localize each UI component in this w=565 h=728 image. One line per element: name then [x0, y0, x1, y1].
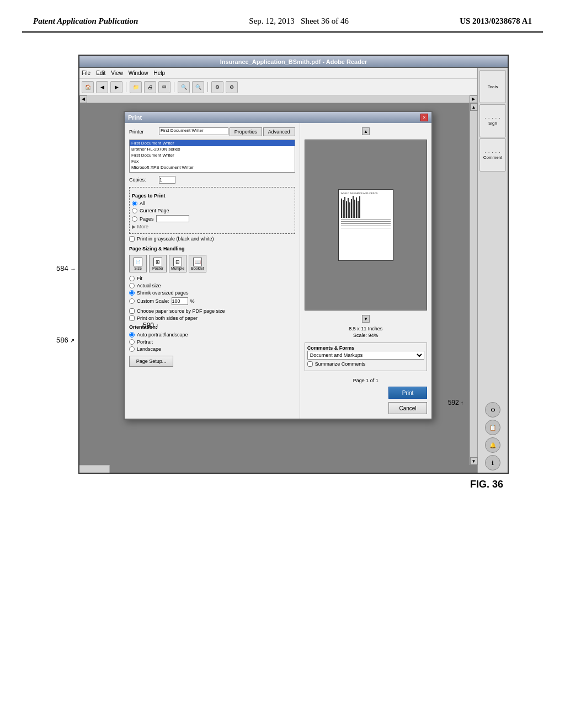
toolbar-email-icon[interactable]: ✉ [158, 81, 170, 93]
toolbar-forward-icon[interactable]: ▶ [110, 81, 122, 93]
cancel-button[interactable]: Cancel [388, 402, 427, 414]
panel-tab-sign[interactable]: · · · · · Sign [479, 104, 506, 137]
auto-orientation-radio[interactable] [129, 332, 135, 338]
window-title-bar: Insurance_Application_BSmith.pdf - Adobe… [79, 56, 508, 68]
actual-size-radio[interactable] [129, 283, 135, 288]
pages-custom-radio[interactable] [132, 216, 137, 222]
pages-all-radio[interactable] [132, 201, 137, 206]
toolbar-print-icon[interactable]: 🖨 [144, 81, 156, 93]
comments-forms-label: Comments & Forms [307, 345, 424, 351]
menu-window[interactable]: Window [129, 70, 148, 76]
bar-12 [359, 196, 360, 218]
grayscale-checkbox[interactable] [129, 236, 135, 242]
printer-dropdown[interactable]: First Document Writer [159, 127, 228, 135]
pages-current-radio[interactable] [132, 208, 137, 213]
toolbar-gear2-icon[interactable]: ⚙ [226, 81, 238, 93]
booklet-btn[interactable]: 📖 Booklet [189, 255, 206, 272]
toolbar-open-icon[interactable]: 📁 [130, 81, 142, 93]
summarize-comments-checkbox[interactable] [307, 361, 313, 367]
pages-current-row: Current Page [132, 208, 292, 213]
preview-scroll-down-icon[interactable]: ▼ [362, 315, 370, 323]
portrait-label: Portrait [137, 339, 153, 345]
panel-icon-2[interactable]: 📋 [485, 420, 500, 435]
preview-scroll-up-icon[interactable]: ▲ [362, 127, 370, 135]
portrait-radio[interactable] [129, 339, 135, 345]
landscape-radio[interactable] [129, 346, 135, 352]
pages-more-label: ▶ More [132, 224, 148, 229]
multiple-btn[interactable]: ⊟ Multiple [169, 255, 186, 272]
comments-forms-select[interactable]: Document and Markups [307, 351, 424, 360]
custom-scale-label: Custom Scale: [137, 298, 169, 304]
window-title-text: Insurance_Application_BSmith.pdf - Adobe… [220, 58, 367, 65]
patent-header-left: Patent Application Publication [33, 17, 138, 26]
scroll-left-icon[interactable]: ◀ [79, 95, 87, 103]
bar-8 [353, 196, 354, 218]
toolbar-zoom-in-icon[interactable]: 🔍 [178, 81, 190, 93]
printer-item-5[interactable]: PrimoPDF [130, 170, 295, 173]
size-btn[interactable]: 📄 Size [129, 255, 147, 272]
custom-scale-radio[interactable] [129, 298, 135, 304]
preview-line-4 [341, 226, 391, 226]
print-button[interactable]: Print [388, 387, 427, 399]
pages-custom-label: Pages [140, 216, 154, 222]
scroll-down-icon[interactable]: ▼ [470, 457, 478, 465]
bottom-left-corner [79, 465, 110, 473]
pages-range-input[interactable] [156, 215, 189, 222]
menu-help[interactable]: Help [153, 70, 165, 76]
panel-tools-label: Tools [488, 84, 498, 89]
props-tabs: Properties Advanced [230, 127, 295, 136]
printer-item-1[interactable]: Brother HL-2070N series [130, 146, 295, 152]
bar-4 [346, 201, 347, 218]
print-both-sides-checkbox[interactable] [129, 315, 135, 321]
panel-comment-dots: · · · · · [484, 150, 500, 155]
menu-edit[interactable]: Edit [96, 70, 105, 76]
bar-6 [349, 202, 350, 218]
poster-btn-label: Poster [152, 266, 163, 270]
choose-paper-row: Choose paper source by PDF page size [129, 308, 295, 314]
properties-tab[interactable]: Properties [230, 127, 262, 136]
choose-paper-checkbox[interactable] [129, 308, 135, 314]
percent-sign: % [190, 298, 195, 304]
toolbar-home-icon[interactable]: 🏠 [82, 81, 94, 93]
toolbar-settings-icon[interactable]: ⚙ [211, 81, 223, 93]
scroll-right-icon[interactable]: ▶ [470, 95, 477, 103]
menu-file[interactable]: File [82, 70, 90, 76]
size-btn-label: Size [134, 266, 142, 270]
page-setup-button[interactable]: Page Setup... [129, 356, 173, 367]
auto-orientation-label: Auto portrait/landscape [137, 332, 188, 338]
scroll-up-icon[interactable]: ▲ [470, 103, 478, 111]
printer-item-4[interactable]: Microsoft XPS Document Writer [130, 164, 295, 170]
panel-tab-comment[interactable]: · · · · · Comment [479, 138, 506, 172]
dialog-close-button[interactable]: × [420, 114, 428, 121]
fit-radio[interactable] [129, 276, 135, 281]
panel-icon-3[interactable]: 🔔 [485, 437, 500, 453]
preview-bars-container [341, 196, 391, 229]
panel-icon-1[interactable]: ⚙ [485, 402, 500, 417]
top-scrollbar[interactable]: ◀ ▶ [79, 95, 477, 103]
vertical-scrollbar[interactable]: ▲ ▼ [470, 103, 477, 465]
copies-input[interactable] [159, 176, 175, 184]
pages-current-label: Current Page [140, 208, 169, 213]
shrink-radio[interactable] [129, 290, 135, 296]
landscape-row: Landscape [129, 346, 295, 352]
preview-line-3 [341, 223, 391, 224]
patent-header-center: Sep. 12, 2013 Sheet 36 of 46 [249, 17, 349, 26]
auto-orientation-row: Auto portrait/landscape [129, 332, 295, 338]
printer-list[interactable]: First Document Writer Brother HL-2070N s… [129, 140, 295, 173]
poster-btn[interactable]: ⊞ Poster [149, 255, 167, 272]
panel-icon-4[interactable]: ℹ [485, 455, 500, 470]
menu-view[interactable]: View [111, 70, 123, 76]
toolbar-back-icon[interactable]: ◀ [96, 81, 108, 93]
dialog-left-panel: Printer First Document Writer Properties… [125, 123, 300, 419]
printer-item-0[interactable]: First Document Writer [130, 140, 295, 146]
printer-item-3[interactable]: Fax [130, 158, 295, 164]
printer-item-2[interactable]: First Document Writer [130, 152, 295, 158]
preview-bar-col [341, 196, 391, 229]
advanced-tab[interactable]: Advanced [263, 127, 295, 136]
panel-sign-text: Sign [488, 121, 497, 126]
custom-scale-input[interactable] [172, 297, 188, 305]
menu-bar[interactable]: File Edit View Window Help [79, 68, 508, 79]
toolbar-zoom-out-icon[interactable]: 🔍 [192, 81, 204, 93]
panel-tab-tools[interactable]: Tools [479, 70, 506, 103]
printer-controls: First Document Writer Properties Advance… [159, 127, 295, 136]
